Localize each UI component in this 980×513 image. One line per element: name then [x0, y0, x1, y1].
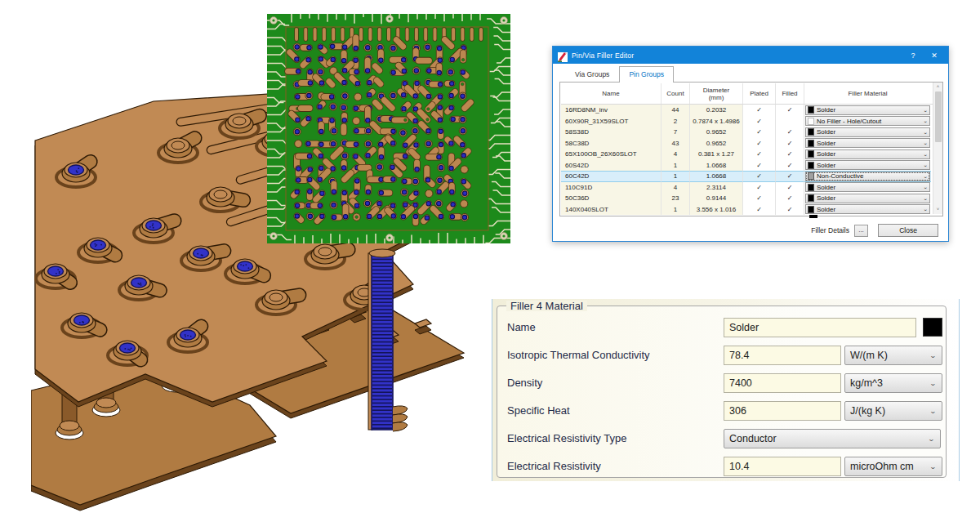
specific-heat-field[interactable]: 306: [724, 401, 841, 421]
scroll-up-icon[interactable]: ˄: [937, 83, 940, 91]
cell-diameter: 1.0668: [690, 160, 743, 172]
scroll-down-icon[interactable]: ˅: [937, 205, 940, 214]
close-button[interactable]: Close: [878, 224, 938, 237]
cell-name: 110C91D: [561, 182, 662, 194]
property-label-electrical-resistivity: Electrical Resistivity: [507, 460, 601, 472]
table-row[interactable]: 110C91D42.3114✓✓Solder⌄: [561, 182, 933, 194]
cell-count: 1: [662, 204, 690, 216]
cell-name: 58C38D: [561, 138, 662, 149]
filler-details-more-button[interactable]: ...: [854, 225, 868, 237]
property-row: Electrical Resistivity10.4microOhm cm⌄: [497, 457, 946, 476]
close-icon[interactable]: ✕: [924, 51, 945, 60]
filler-material-dropdown[interactable]: No Filler - Hole/Cutout⌄: [805, 116, 930, 126]
partial-row: [561, 215, 933, 218]
material-color-swatch: [808, 194, 814, 202]
filler-material-dropdown[interactable]: Solder⌄: [805, 194, 930, 203]
filler-material-dropdown[interactable]: Solder⌄: [805, 127, 930, 137]
table-row[interactable]: 65X100OB_26X60SLOT40.381 x 1.27✓✓Solder⌄: [561, 149, 933, 160]
cell-filled: ✓: [776, 105, 804, 116]
filler-material-dropdown[interactable]: Solder⌄: [805, 138, 930, 148]
filler-material-dropdown[interactable]: Non-Conductive⌄: [805, 172, 930, 181]
filler-material-dropdown[interactable]: Solder⌄: [805, 204, 930, 214]
column-header-plated: Plated: [743, 83, 776, 104]
cell-plated: ✓: [743, 116, 776, 127]
material-name: Solder: [817, 206, 923, 213]
table-row[interactable]: 140X040SLOT13.556 x 1.016✓✓Solder⌄: [561, 204, 933, 216]
cell-diameter: 0.2032: [690, 105, 743, 116]
cell-name: 50C36D: [561, 193, 662, 204]
cell-diameter: 0.9652: [690, 138, 743, 149]
material-color-swatch: [808, 118, 814, 125]
material-color-swatch: [808, 162, 814, 169]
property-label-name: Name: [507, 321, 536, 333]
material-name: Solder: [817, 184, 923, 191]
filler-material-dropdown[interactable]: Solder⌄: [805, 149, 930, 159]
property-row: Electrical Resistivity TypeConductor⌄: [497, 429, 946, 448]
help-icon[interactable]: ?: [902, 51, 924, 60]
name-field[interactable]: Solder: [724, 318, 916, 337]
pin-via-filler-editor-dialog: Pin/Via Filler Editor ? ✕ Via GroupsPin …: [552, 46, 949, 242]
material-color-swatch[interactable]: [923, 318, 942, 337]
unit-value: W/(m K): [850, 350, 888, 361]
scrollbar-thumb[interactable]: [935, 91, 942, 142]
material-name: Non-Conductive: [817, 172, 923, 180]
cell-filler-material: Solder⌄: [804, 204, 931, 216]
cell-filled: ✓: [776, 204, 804, 216]
material-color-swatch: [808, 128, 814, 136]
cell-diameter: 0.9144: [690, 193, 743, 204]
property-label-specific-heat: Specific Heat: [507, 404, 570, 417]
table-row[interactable]: 58S38D70.9652✓✓Solder⌄: [561, 127, 933, 138]
property-label-electrical-resistivity-type: Electrical Resistivity Type: [507, 432, 626, 444]
cell-name: 65X100OB_26X60SLOT: [561, 149, 662, 160]
filler-material-dropdown[interactable]: Solder⌄: [805, 105, 930, 115]
table-row[interactable]: 60C42D11.0668✓✓Non-Conductive⌄: [561, 171, 933, 182]
cell-filler-material: Solder⌄: [804, 127, 931, 138]
cell-filler-material: Non-Conductive⌄: [804, 171, 931, 182]
isotropic-thermal-conductivity-field[interactable]: 78.4: [724, 346, 841, 365]
electrical-resistivity-type-dropdown[interactable]: Conductor⌄: [724, 429, 941, 448]
cell-count: 1: [662, 160, 690, 172]
chevron-down-icon: ⌄: [929, 407, 937, 415]
filler-material-dropdown[interactable]: Solder⌄: [805, 182, 930, 192]
table-row[interactable]: 60X90R_31X59SLOT20.7874 x 1.4986✓No Fill…: [561, 116, 933, 127]
chevron-down-icon: ⌄: [923, 163, 928, 167]
cell-diameter: 0.381 x 1.27: [690, 149, 743, 160]
density-field[interactable]: 7400: [724, 373, 841, 393]
table-scrollbar[interactable]: ˄ ˅: [933, 83, 942, 214]
cell-count: 44: [662, 105, 690, 116]
material-color-swatch: [808, 140, 814, 147]
pin-groups-table: NameCountDiameter(mm)PlatedFilledFiller …: [561, 83, 933, 215]
isotropic-thermal-conductivity-unit-dropdown[interactable]: W/(m K)⌄: [844, 346, 942, 365]
cell-count: 43: [662, 138, 690, 149]
table-row[interactable]: 50C36D230.9144✓✓Solder⌄: [561, 193, 933, 204]
dialog-titlebar[interactable]: Pin/Via Filler Editor ? ✕: [553, 47, 948, 64]
unit-value: microOhm cm: [850, 461, 914, 472]
electrical-resistivity-unit-dropdown[interactable]: microOhm cm⌄: [844, 457, 942, 476]
table-row[interactable]: 60S42D11.0668✓✓Solder⌄: [561, 160, 933, 172]
cell-plated: ✓: [743, 160, 776, 172]
material-name: Solder: [817, 106, 923, 114]
specific-heat-unit-dropdown[interactable]: J/(kg K)⌄: [844, 401, 942, 421]
chevron-down-icon: ⌄: [929, 351, 937, 359]
material-color-swatch: [808, 172, 814, 180]
electrical-resistivity-field[interactable]: 10.4: [724, 457, 841, 476]
material-name: Solder: [817, 194, 923, 202]
cell-diameter: 2.3114: [690, 182, 743, 194]
table-row[interactable]: 58C38D430.9652✓✓Solder⌄: [561, 138, 933, 149]
material-name: No Filler - Hole/Cutout: [817, 118, 923, 125]
column-header-diameter: Diameter(mm): [690, 83, 743, 104]
table-row[interactable]: 16RD8NM_inv440.2032✓✓Solder⌄: [561, 105, 933, 116]
filler-material-groupbox: Filler 4 Material NameSolderIsotropic Th…: [497, 306, 947, 478]
dialog-footer: Filler Details ... Close: [559, 221, 942, 239]
tab-pin-groups[interactable]: Pin Groups: [619, 66, 674, 83]
column-header-filled: Filled: [776, 83, 804, 104]
unit-value: kg/m^3: [850, 377, 883, 389]
density-unit-dropdown[interactable]: kg/m^3⌄: [844, 373, 942, 393]
property-row: NameSolder: [497, 318, 946, 337]
cell-diameter: 0.7874 x 1.4986: [690, 116, 743, 127]
material-color-swatch: [808, 206, 814, 213]
filler-material-dropdown[interactable]: Solder⌄: [805, 160, 930, 170]
tab-via-groups[interactable]: Via Groups: [565, 66, 619, 83]
unit-value: J/(kg K): [850, 405, 885, 417]
chevron-down-icon: ⌄: [923, 174, 928, 179]
